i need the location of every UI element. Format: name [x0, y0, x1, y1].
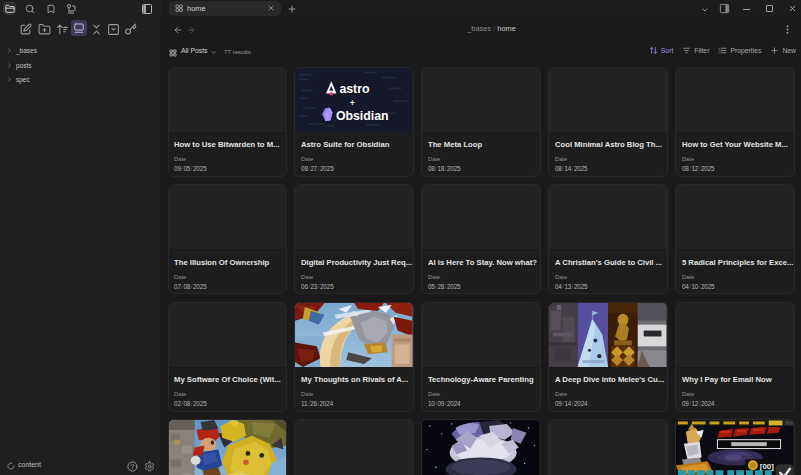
svg-text:+: + [350, 97, 355, 107]
svg-text:astro: astro [340, 82, 371, 96]
svg-text:[00]: [00] [760, 463, 774, 472]
svg-text:Obsidian: Obsidian [336, 109, 389, 123]
